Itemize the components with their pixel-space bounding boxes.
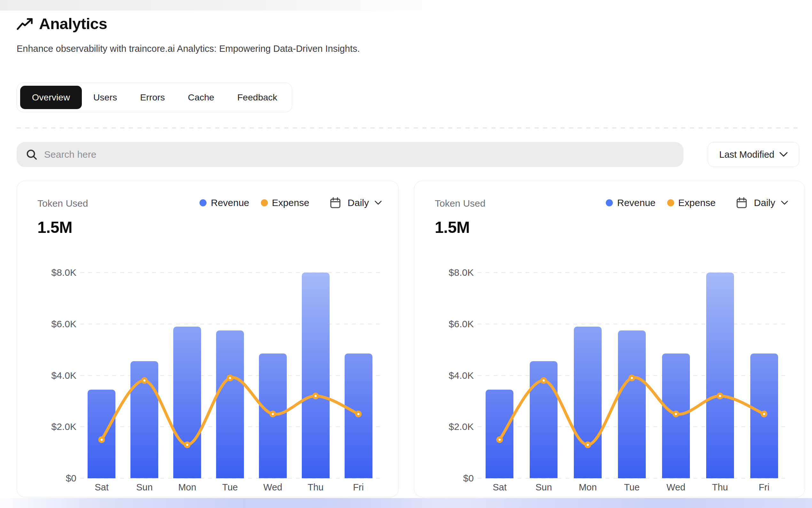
chart-controls: Revenue Expense Daily: [606, 197, 788, 209]
stat-value: 1.5M: [37, 218, 72, 237]
expense-data-point-center: [675, 413, 677, 415]
expense-data-point-center: [631, 377, 633, 379]
bar-line-chart: $0$2.0K$4.0K$6.0K$8.0KSatSunMonTueWedThu…: [17, 256, 398, 498]
legend-label: Expense: [272, 197, 309, 208]
expense-data-point-center: [357, 413, 360, 415]
legend-item-expense: Expense: [667, 197, 716, 208]
token-used-card: Token Used 1.5M Revenue Expense Daily: [17, 181, 399, 497]
stat-value: 1.5M: [435, 218, 470, 237]
tab-users[interactable]: Users: [82, 86, 129, 109]
expense-data-point-center: [587, 444, 589, 446]
expense-data-point-center: [499, 438, 501, 441]
period-select[interactable]: Daily: [329, 197, 382, 209]
period-label: Daily: [754, 197, 775, 208]
stat-label: Token Used: [435, 198, 485, 209]
tab-cache[interactable]: Cache: [177, 86, 226, 109]
expense-data-point-center: [763, 413, 765, 415]
page-subtitle: Enhance observability with traincore.ai …: [17, 43, 360, 54]
sort-label: Last Modified: [719, 150, 775, 160]
legend-item-expense: Expense: [261, 197, 309, 208]
search-icon: [26, 149, 38, 161]
bar-line-chart: $0$2.0K$4.0K$6.0K$8.0KSatSunMonTueWedThu…: [414, 256, 805, 498]
expense-data-point-center: [272, 413, 274, 415]
stat-label: Token Used: [37, 198, 88, 209]
expense-line: [17, 256, 398, 498]
chart-controls: Revenue Expense Daily: [199, 197, 382, 209]
expense-data-point-center: [315, 395, 317, 397]
page-title: Analytics: [39, 15, 107, 33]
legend-item-revenue: Revenue: [606, 197, 655, 208]
expense-data-point-center: [229, 377, 231, 379]
legend-label: Revenue: [211, 197, 249, 208]
tab-overview[interactable]: Overview: [20, 86, 82, 109]
top-gradient-band: [0, 0, 812, 10]
legend-item-revenue: Revenue: [199, 197, 249, 208]
bottom-gradient-band: [0, 498, 812, 508]
legend-label: Revenue: [617, 197, 655, 208]
expense-data-point-center: [719, 395, 721, 397]
search-bar[interactable]: [17, 142, 683, 167]
revenue-dot-icon: [199, 199, 206, 206]
search-input[interactable]: [44, 142, 674, 167]
tab-bar: Overview Users Errors Cache Feedback: [17, 83, 292, 112]
period-select[interactable]: Daily: [735, 197, 788, 209]
analytics-page: Analytics Enhance observability with tra…: [0, 0, 812, 508]
expense-data-point-center: [186, 444, 188, 446]
expense-dot-icon: [261, 199, 268, 206]
legend-label: Expense: [678, 197, 716, 208]
expense-dot-icon: [667, 199, 674, 206]
sort-button[interactable]: Last Modified: [708, 142, 799, 167]
chevron-down-icon: [375, 201, 382, 205]
expense-line: [414, 256, 805, 498]
tab-feedback[interactable]: Feedback: [226, 86, 289, 109]
chevron-down-icon: [781, 201, 788, 205]
expense-data-point-center: [101, 438, 103, 441]
expense-data-point-center: [143, 379, 145, 382]
revenue-dot-icon: [606, 199, 613, 206]
chevron-down-icon: [779, 152, 788, 157]
period-label: Daily: [347, 197, 369, 208]
expense-data-point-center: [542, 379, 545, 382]
token-used-card: Token Used 1.5M Revenue Expense Daily: [414, 181, 805, 497]
tab-errors[interactable]: Errors: [129, 86, 177, 109]
page-header: Analytics: [17, 15, 107, 33]
dashed-divider: [17, 128, 799, 128]
calendar-icon: [329, 197, 342, 209]
trending-up-icon: [17, 17, 33, 30]
calendar-icon: [735, 197, 748, 209]
